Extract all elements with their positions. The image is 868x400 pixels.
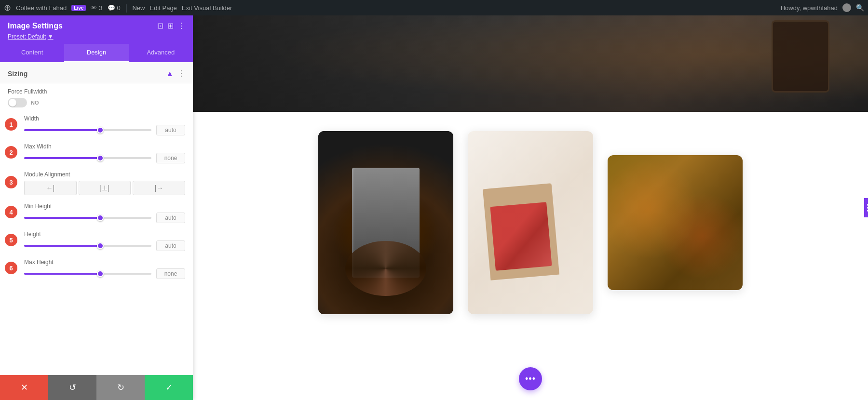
content-area: •••: [193, 15, 868, 400]
width-slider-row: [24, 125, 185, 135]
min-height-slider-fill: [24, 217, 100, 219]
comment-icon: 💬: [108, 4, 115, 12]
separator: |: [125, 3, 128, 13]
three-dots-icon: •••: [525, 374, 536, 384]
toast-image: [468, 131, 593, 314]
max-height-slider-row: [24, 268, 185, 279]
panel-header: Image Settings ⊡ ⊞ ⋮ Preset: Default ▼: [0, 15, 193, 44]
floating-action-button[interactable]: •••: [519, 367, 542, 390]
force-fullwidth-label: Force Fullwidth: [8, 88, 185, 95]
step-4: 4: [5, 206, 17, 218]
max-height-input[interactable]: [156, 268, 185, 279]
panel-footer: ✕ ↺ ↻ ✓: [0, 375, 193, 400]
howdy-text: Howdy, wpwithfahad: [781, 4, 838, 12]
min-height-input[interactable]: [156, 213, 185, 223]
toggle-knob: [9, 99, 16, 107]
width-slider-thumb[interactable]: [97, 127, 104, 133]
width-input[interactable]: [156, 125, 185, 135]
panel-body: Sizing ▲ ⋮ Force Fullwidth NO 1: [0, 62, 193, 400]
max-width-slider-fill: [24, 157, 100, 159]
live-badge: Live: [71, 5, 86, 11]
max-height-slider-track[interactable]: [24, 273, 151, 275]
eye-icon: 👁: [91, 4, 97, 12]
admin-bar-right: Howdy, wpwithfahad 🔍: [781, 3, 864, 12]
tab-design[interactable]: Design: [64, 44, 128, 62]
max-width-row: 2 Max Width: [0, 138, 193, 166]
max-width-slider-row: [24, 153, 185, 163]
redo-button[interactable]: ↻: [96, 375, 145, 400]
gallery-item-toast[interactable]: [468, 131, 593, 314]
gallery-item-coffee[interactable]: [318, 131, 453, 314]
comment-count: 0: [117, 4, 121, 12]
view-count-group[interactable]: 👁 3: [91, 4, 102, 12]
height-slider-thumb[interactable]: [97, 242, 104, 249]
fullscreen-icon[interactable]: ⊡: [157, 21, 163, 30]
section-more-icon[interactable]: ⋮: [177, 69, 185, 78]
height-row: 5 Height: [0, 226, 193, 254]
more-options-icon[interactable]: ⋮: [177, 21, 185, 30]
panel-title: Image Settings: [8, 22, 63, 30]
grinder-body: [352, 168, 420, 278]
toggle-row: NO: [8, 98, 185, 107]
coffee-image: [318, 131, 453, 314]
grid-icon[interactable]: ⊞: [167, 21, 174, 30]
gallery-section: [193, 112, 868, 333]
min-height-slider-thumb[interactable]: [97, 214, 104, 221]
tab-advanced[interactable]: Advanced: [129, 44, 193, 62]
main-layout: Image Settings ⊡ ⊞ ⋮ Preset: Default ▼ C…: [0, 15, 868, 400]
step-1: 1: [5, 118, 17, 131]
height-input[interactable]: [156, 240, 185, 251]
exit-builder-link[interactable]: Exit Visual Builder: [182, 4, 232, 12]
align-left-btn[interactable]: ←|: [24, 181, 77, 195]
edit-page-link[interactable]: Edit Page: [149, 4, 176, 12]
width-row: 1 Width: [0, 110, 193, 138]
undo-button[interactable]: ↺: [48, 375, 96, 400]
max-height-slider-thumb[interactable]: [97, 270, 104, 277]
max-width-slider-track[interactable]: [24, 157, 151, 159]
section-title: Sizing: [8, 70, 27, 78]
comment-count-group[interactable]: 💬 0: [108, 4, 121, 12]
max-width-label: Max Width: [24, 143, 185, 150]
module-alignment-row: 3 Module Alignment ←| |⊥| |→: [0, 166, 193, 198]
search-icon[interactable]: 🔍: [856, 4, 864, 12]
width-label: Width: [24, 115, 185, 122]
new-link[interactable]: New: [132, 4, 145, 12]
avatar: [842, 3, 851, 12]
height-label: Height: [24, 231, 185, 238]
save-button[interactable]: ✓: [145, 375, 193, 400]
wp-logo-icon[interactable]: ⊕: [4, 2, 11, 13]
min-height-slider-row: [24, 213, 185, 223]
max-width-slider-thumb[interactable]: [97, 155, 104, 161]
tab-content[interactable]: Content: [0, 44, 64, 62]
admin-bar: ⊕ Coffee with Fahad Live 👁 3 💬 0 | New E…: [0, 0, 868, 15]
panel-tabs: Content Design Advanced: [0, 44, 193, 62]
panel-preset[interactable]: Preset: Default ▼: [8, 33, 185, 40]
step-2: 2: [5, 146, 17, 159]
force-fullwidth-toggle[interactable]: [8, 98, 27, 107]
settings-panel: Image Settings ⊡ ⊞ ⋮ Preset: Default ▼ C…: [0, 15, 193, 400]
max-height-slider-fill: [24, 273, 100, 275]
preset-arrow: ▼: [48, 33, 54, 40]
cancel-button[interactable]: ✕: [0, 375, 48, 400]
align-right-btn[interactable]: |→: [133, 181, 185, 195]
min-height-slider-track[interactable]: [24, 217, 151, 219]
panel-title-icons: ⊡ ⊞ ⋮: [157, 21, 185, 30]
view-count: 3: [99, 4, 102, 12]
section-header-icons: ▲ ⋮: [166, 69, 185, 78]
gallery-item-skewer[interactable]: [608, 155, 743, 290]
width-slider-track[interactable]: [24, 129, 151, 131]
preset-label: Preset: Default: [8, 33, 46, 40]
height-slider-fill: [24, 245, 100, 247]
collapse-icon[interactable]: ▲: [166, 69, 174, 78]
skewer-image: [608, 155, 743, 290]
width-slider-fill: [24, 129, 100, 131]
admin-bar-left: ⊕ Coffee with Fahad Live 👁 3 💬 0 | New E…: [4, 2, 775, 13]
toggle-label: NO: [31, 100, 39, 106]
align-center-btn[interactable]: |⊥|: [79, 181, 131, 195]
gallery-grid: [231, 131, 829, 314]
resize-handle[interactable]: [864, 198, 868, 217]
height-slider-track[interactable]: [24, 245, 151, 247]
max-width-input[interactable]: [156, 153, 185, 163]
site-name[interactable]: Coffee with Fahad: [16, 4, 67, 12]
step-6: 6: [5, 262, 17, 274]
